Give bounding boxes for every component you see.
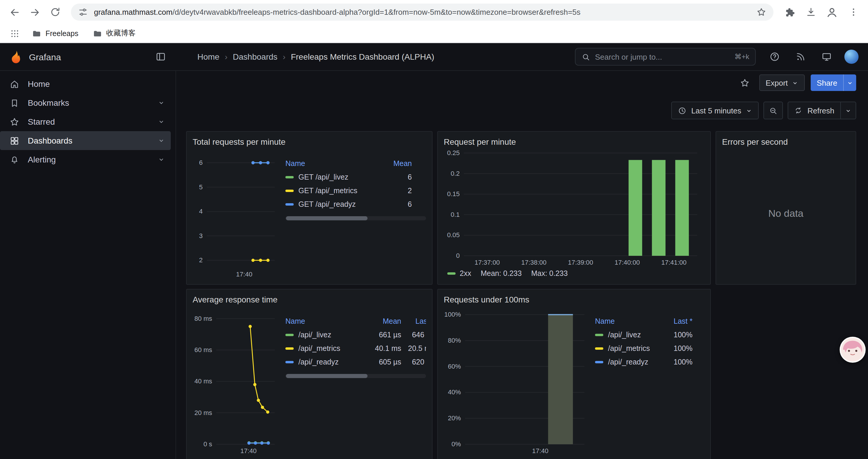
grafana-logo[interactable] — [9, 50, 23, 64]
share-button[interactable]: Share — [811, 74, 843, 91]
chevron-down-icon[interactable] — [158, 137, 165, 144]
series-swatch — [595, 333, 603, 336]
sidebar-item-alerting[interactable]: Alerting — [0, 150, 171, 169]
legend-row[interactable]: /api/_readyz100% — [595, 355, 704, 369]
browser-toolbar: grafana.mathmast.com/d/deytv4rwavabkb/fr… — [0, 0, 868, 24]
legend-row[interactable]: /api/_readyz605 µs620 µs — [285, 355, 426, 369]
apps-button[interactable] — [7, 26, 23, 41]
forward-button[interactable] — [26, 3, 44, 21]
browser-menu-button[interactable] — [844, 3, 862, 21]
export-button[interactable]: Export — [759, 74, 805, 91]
legend-series-name[interactable]: /api/_readyz — [595, 358, 670, 366]
sidebar-item-dashboards[interactable]: Dashboards — [0, 131, 171, 150]
share-menu-button[interactable] — [843, 74, 856, 91]
header-icons — [756, 48, 868, 65]
legend-row[interactable]: GET /api/_readyz6 — [285, 197, 426, 211]
bookmark-item-freeleaps[interactable]: Freeleaps — [27, 27, 83, 40]
display-button[interactable] — [818, 48, 835, 65]
panel-title[interactable]: Requests under 100ms — [444, 293, 704, 306]
legend-series-name[interactable]: /api/_metrics — [595, 344, 670, 352]
refresh-interval-button[interactable] — [841, 102, 856, 119]
site-settings-icon[interactable] — [78, 7, 88, 17]
share-label: Share — [817, 78, 837, 87]
refresh-button[interactable]: Refresh — [788, 102, 841, 119]
svg-text:17:40:00: 17:40:00 — [615, 259, 640, 266]
legend-header[interactable]: Name — [595, 317, 670, 325]
request-per-minute-chart[interactable]: 00.050.10.150.20.2517:37:0017:38:0017:39… — [444, 148, 704, 268]
legend-row[interactable]: GET /api/_livez6 — [285, 170, 426, 184]
legend-row[interactable]: /api/_metrics100% — [595, 341, 704, 355]
panel-title[interactable]: Total requests per minute — [193, 135, 426, 148]
legend-header[interactable]: Last * — [670, 317, 704, 325]
legend-row[interactable]: GET /api/_metrics2 — [285, 184, 426, 197]
avatar-image — [841, 338, 864, 362]
time-range-picker[interactable]: Last 5 minutes — [671, 102, 759, 119]
bookmark-item-blogs[interactable]: 收藏博客 — [88, 27, 140, 40]
legend-row[interactable]: /api/_livez661 µs646 µs — [285, 328, 426, 341]
favorite-dashboard-button[interactable] — [737, 74, 753, 91]
chevron-down-icon[interactable] — [158, 156, 165, 163]
legend-row[interactable]: /api/_livez100% — [595, 328, 704, 341]
legend-series-name[interactable]: /api/_metrics — [285, 344, 370, 352]
legend-series-name[interactable]: GET /api/_metrics — [285, 186, 391, 195]
legend-series-name[interactable]: GET /api/_livez — [285, 173, 391, 181]
no-data-message: No data — [722, 148, 850, 280]
share-split-button: Share — [811, 74, 856, 91]
user-avatar[interactable] — [844, 50, 859, 64]
extensions-button[interactable] — [780, 3, 798, 21]
legend-scrollbar[interactable] — [285, 216, 426, 220]
requests-under-100ms-chart[interactable]: 0%20%40%60%80%100%17:40 — [444, 306, 589, 456]
panel-title[interactable]: Average response time — [193, 293, 426, 306]
grafana-app: Grafana Home › Dashboards › Freeleaps Me… — [0, 43, 868, 459]
legend-value: 6 — [391, 173, 426, 181]
downloads-button[interactable] — [802, 3, 819, 21]
legend-row[interactable]: /api/_metrics40.1 ms20.5 ms — [285, 341, 426, 355]
panel-title[interactable]: Errors per second — [722, 135, 850, 148]
search-input[interactable] — [595, 52, 730, 61]
chevron-down-icon[interactable] — [158, 99, 165, 106]
legend-header[interactable]: Name — [285, 159, 391, 167]
help-button[interactable] — [766, 48, 783, 65]
legend-header[interactable]: Mean — [391, 159, 426, 167]
sidebar-item-starred[interactable]: Starred — [0, 112, 171, 131]
news-button[interactable] — [793, 48, 809, 65]
arrow-left-icon — [9, 6, 21, 18]
legend-header[interactable]: Mean — [370, 317, 401, 325]
sidebar-item-home[interactable]: Home — [0, 74, 171, 93]
back-button[interactable] — [6, 3, 24, 21]
profile-button[interactable] — [823, 3, 841, 21]
search-box[interactable]: ⌘+k — [575, 48, 756, 66]
reload-button[interactable] — [46, 3, 64, 21]
sidebar-toggle-button[interactable] — [152, 48, 169, 65]
series-swatch — [285, 347, 294, 350]
svg-text:17:38:00: 17:38:00 — [521, 259, 547, 266]
legend-series-name[interactable]: /api/_livez — [285, 330, 370, 339]
legend-series[interactable]: 2xx — [447, 269, 471, 277]
url-text: grafana.mathmast.com/d/deytv4rwavabkb/fr… — [94, 8, 750, 17]
refresh-label: Refresh — [807, 106, 834, 115]
legend-scrollbar[interactable] — [285, 374, 426, 378]
legend-header[interactable]: Name — [285, 317, 370, 325]
legend-table: NameMeanGET /api/_livez6GET /api/_metric… — [285, 157, 426, 211]
total-requests-chart[interactable]: 2345617:40 — [193, 148, 279, 280]
chevron-down-icon[interactable] — [158, 118, 165, 125]
sidebar-item-bookmarks[interactable]: Bookmarks — [0, 93, 171, 112]
legend-series-name[interactable]: /api/_livez — [595, 330, 670, 339]
legend-series-name[interactable]: /api/_readyz — [285, 358, 370, 366]
bell-icon — [9, 155, 20, 165]
sidebar-item-label: Home — [28, 79, 165, 89]
zoom-out-button[interactable] — [764, 102, 783, 119]
average-response-time-chart[interactable]: 0 s20 ms40 ms60 ms80 ms17:40 — [193, 306, 279, 456]
url-bar[interactable]: grafana.mathmast.com/d/deytv4rwavabkb/fr… — [71, 4, 773, 21]
svg-text:2: 2 — [199, 256, 203, 264]
legend-series-name[interactable]: GET /api/_readyz — [285, 200, 391, 208]
legend-header[interactable]: Last * — [401, 317, 426, 325]
breadcrumb-dashboards[interactable]: Dashboards — [233, 52, 277, 61]
panel-title[interactable]: Request per minute — [444, 135, 704, 148]
scrollbar-thumb[interactable] — [286, 374, 368, 378]
breadcrumb-home[interactable]: Home — [197, 52, 219, 61]
panel-request-per-minute: Request per minute 00.050.10.150.20.2517… — [437, 131, 711, 285]
scrollbar-thumb[interactable] — [286, 216, 368, 220]
floating-avatar[interactable] — [840, 337, 866, 363]
bookmark-star-icon[interactable] — [756, 7, 766, 17]
